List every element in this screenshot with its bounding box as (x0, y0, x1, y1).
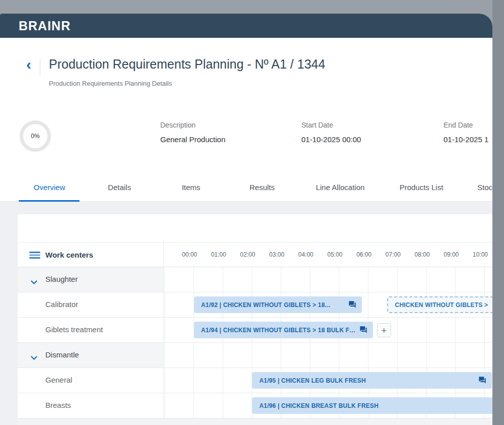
collapse-button[interactable] (31, 278, 37, 282)
row-label: Slaughter (45, 275, 78, 283)
timeline-cell (164, 267, 492, 292)
brand-logo: BRAINR (19, 19, 71, 33)
task-bar-label: A1/95 | CHICKEN LEG BULK FRESH (259, 377, 365, 384)
task-bar-label: A1/96 | CHICKEN BREAST BULK FRESH (259, 402, 379, 409)
time-label: 03:00 (261, 251, 284, 258)
collapse-button[interactable] (31, 353, 37, 358)
time-label: 01:00 (203, 251, 226, 258)
time-label: 00:00 (174, 251, 197, 258)
chevron-down-icon (31, 356, 37, 360)
field-value: General Production (160, 135, 225, 144)
time-label: 04:00 (290, 251, 313, 258)
time-label: 08:00 (407, 251, 430, 258)
page-title: Production Requirements Planning - Nº A1… (49, 57, 325, 72)
tab-bar: OverviewDetailsItemsResultsLine Allocati… (0, 172, 492, 202)
gantt-row: Giblets treatmentA1/94 | CHICKEN WITHOUT… (18, 318, 492, 343)
gantt-row: Dismantle (18, 343, 492, 368)
timeline-cell: A1/92 | CHICKEN WITHOUT GIBLETS > 18... … (164, 292, 492, 317)
field-label: Description (160, 121, 225, 129)
comments-icon[interactable] (359, 326, 367, 334)
timeline-cell: A1/94 | CHICKEN WITHOUT GIBLETS > 18 BUL… (164, 318, 492, 342)
task-bar-label: A1/94 | CHICKEN WITHOUT GIBLETS > 18 BUL… (201, 327, 358, 334)
title-divider (40, 59, 40, 76)
gantt-header-row: Work centers00:0001:0002:0003:0004:0005:… (18, 242, 492, 267)
time-label: 02:00 (232, 251, 255, 258)
plus-icon: + (381, 326, 387, 335)
gantt-row: CalibratorA1/92 | CHICKEN WITHOUT GIBLET… (18, 292, 492, 318)
field-label: End Date (444, 121, 488, 129)
tab-results[interactable]: Results (249, 172, 275, 202)
task-bar-ghost[interactable]: CHICKEN WITHOUT GIBLETS > (387, 296, 492, 313)
partial-next-row (18, 418, 492, 425)
tab-details[interactable]: Details (108, 172, 131, 202)
task-bar-label: A1/92 | CHICKEN WITHOUT GIBLETS > 18... (201, 301, 330, 309)
back-button[interactable]: ‹ (22, 58, 35, 73)
chevron-left-icon: ‹ (26, 56, 31, 73)
tab-items[interactable]: Items (182, 172, 201, 202)
gantt-card: Work centers00:0001:0002:0003:0004:0005:… (18, 214, 492, 425)
field-value: 01-10-2025 00:00 (301, 135, 361, 144)
time-label: 06:00 (348, 251, 371, 258)
gantt-row: BreastsA1/96 | CHICKEN BREAST BULK FRESH (18, 393, 492, 418)
time-axis: 00:0001:0002:0003:0004:0005:0006:0007:00… (164, 242, 492, 267)
row-label: Breasts (45, 401, 71, 409)
time-label: 07:00 (377, 251, 401, 258)
summary-field: Start Date 01-10-2025 00:00 (301, 121, 361, 144)
task-bar[interactable]: A1/95 | CHICKEN LEG BULK FRESH (252, 372, 492, 389)
row-label-cell: Giblets treatment (18, 318, 164, 342)
page-subtitle: Production Requirements Planning Details (49, 80, 172, 87)
task-bar[interactable]: A1/96 | CHICKEN BREAST BULK FRESH (252, 397, 492, 414)
row-label: Giblets treatment (45, 325, 103, 334)
row-label-cell: General (18, 368, 164, 393)
comments-icon[interactable] (348, 300, 356, 309)
panel-header-cell: Work centers (18, 242, 164, 267)
row-label: Dismantle (45, 350, 79, 359)
gantt-row: GeneralA1/95 | CHICKEN LEG BULK FRESH (18, 368, 492, 393)
time-label: 05:00 (320, 251, 343, 258)
time-label: 09:00 (435, 251, 459, 258)
tab-products-list[interactable]: Products List (400, 172, 444, 202)
chevron-down-icon (31, 280, 37, 285)
summary-field: Description General Production (160, 121, 225, 144)
field-label: Start Date (301, 121, 361, 129)
gantt-chart: Work centers00:0001:0002:0003:0004:0005:… (18, 242, 492, 425)
panel-menu-button[interactable] (29, 251, 40, 259)
hamburger-icon (29, 251, 40, 259)
progress-ring: 0% (20, 120, 51, 152)
summary-field: End Date 01-10-2025 1 (444, 121, 488, 144)
tab-stoc[interactable]: Stoc (477, 172, 492, 202)
tab-overview[interactable]: Overview (34, 172, 66, 202)
field-value: 01-10-2025 1 (444, 135, 488, 144)
task-bar[interactable]: A1/94 | CHICKEN WITHOUT GIBLETS > 18 BUL… (194, 322, 373, 338)
group-row-header[interactable]: Dismantle (18, 343, 164, 368)
gantt-row: Slaughter (18, 267, 492, 292)
panel-title: Work centers (45, 251, 93, 259)
add-task-button[interactable]: + (377, 323, 391, 337)
task-bar[interactable]: A1/92 | CHICKEN WITHOUT GIBLETS > 18... (194, 296, 362, 313)
timeline-cell: A1/96 | CHICKEN BREAST BULK FRESH (164, 393, 492, 418)
time-label: 10:00 (465, 251, 488, 258)
group-row-header[interactable]: Slaughter (18, 267, 164, 292)
right-background-strip (492, 0, 504, 425)
content-area: Work centers00:0001:0002:0003:0004:0005:… (0, 202, 492, 425)
row-label-cell: Breasts (18, 393, 164, 418)
row-label: Calibrator (45, 300, 78, 309)
timeline-cell (164, 343, 492, 368)
app-header: BRAINR (0, 14, 492, 38)
row-label: General (45, 376, 72, 384)
row-label-cell: Calibrator (18, 292, 164, 317)
progress-value: 0% (31, 133, 39, 140)
task-bar-label: CHICKEN WITHOUT GIBLETS > (395, 301, 488, 309)
timeline-cell: A1/95 | CHICKEN LEG BULK FRESH (164, 368, 492, 393)
tab-line-allocation[interactable]: Line Allocation (316, 172, 365, 202)
app-window: BRAINR ‹ Production Requirements Plannin… (0, 14, 492, 425)
comments-icon[interactable] (478, 376, 486, 384)
